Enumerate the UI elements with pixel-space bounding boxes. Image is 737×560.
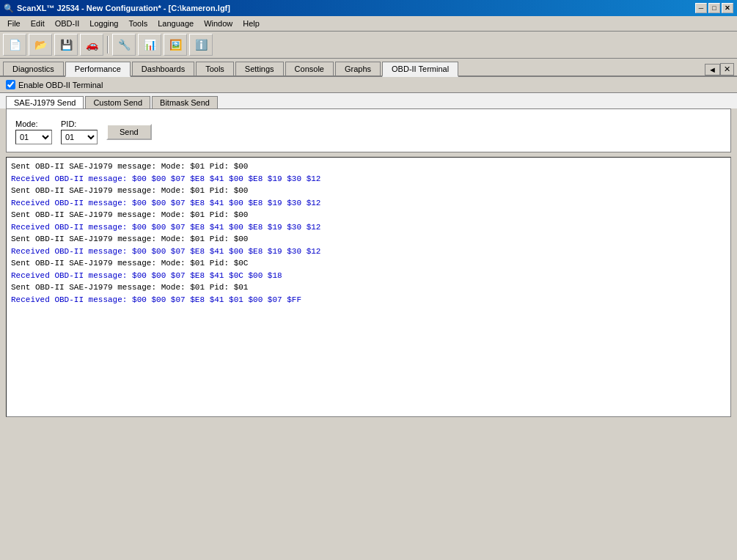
log-line: Received OBD-II message: $00 $00 $07 $E8… bbox=[11, 246, 726, 258]
toolbar-screen-button[interactable]: 🖼️ bbox=[164, 34, 187, 56]
form-panel: Mode: 01 02 03 04 05 06 07 08 09 0A PID: bbox=[6, 108, 731, 152]
log-line: Sent OBD-II SAE-J1979 message: Mode: $01… bbox=[11, 185, 726, 197]
inner-tab-bitmask-send[interactable]: Bitmask Send bbox=[152, 96, 218, 108]
minimize-button[interactable]: ─ bbox=[695, 3, 707, 13]
send-button[interactable]: Send bbox=[106, 124, 152, 140]
log-line: Received OBD-II message: $00 $00 $07 $E8… bbox=[11, 221, 726, 234]
menu-bar: File Edit OBD-II Logging Tools Language … bbox=[0, 16, 737, 32]
tab-obd2-terminal[interactable]: OBD-II Terminal bbox=[382, 62, 458, 77]
mode-group: Mode: 01 02 03 04 05 06 07 08 09 0A bbox=[15, 119, 52, 144]
mode-select[interactable]: 01 02 03 04 05 06 07 08 09 0A bbox=[15, 130, 52, 144]
inner-tab-sae-j1979[interactable]: SAE-J1979 Send bbox=[6, 96, 84, 109]
log-line: Sent OBD-II SAE-J1979 message: Mode: $01… bbox=[11, 161, 726, 173]
log-line: Sent OBD-II SAE-J1979 message: Mode: $01… bbox=[11, 281, 726, 294]
tab-graphs[interactable]: Graphs bbox=[335, 62, 381, 75]
menu-tools[interactable]: Tools bbox=[124, 18, 152, 29]
tab-actions: ◄ ✕ bbox=[705, 63, 737, 75]
menu-logging[interactable]: Logging bbox=[85, 18, 122, 29]
menu-window[interactable]: Window bbox=[199, 18, 237, 29]
log-line: Received OBD-II message: $00 $00 $07 $E8… bbox=[11, 173, 726, 185]
enable-terminal-checkbox[interactable] bbox=[6, 80, 15, 89]
pid-select[interactable]: 00 01 02 03 04 05 06 07 08 09 0A 0B 0C 0… bbox=[61, 130, 98, 144]
menu-language[interactable]: Language bbox=[153, 18, 198, 29]
toolbar-open-button[interactable]: 📂 bbox=[29, 34, 52, 56]
tab-performance[interactable]: Performance bbox=[65, 62, 131, 77]
tab-console[interactable]: Console bbox=[285, 62, 334, 75]
toolbar: 📄 📂 💾 🚗 🔧 📊 🖼️ ℹ️ bbox=[0, 32, 737, 59]
log-line: Sent OBD-II SAE-J1979 message: Mode: $01… bbox=[11, 209, 726, 221]
enable-row: Enable OBD-II Terminal bbox=[0, 77, 737, 93]
restore-button[interactable]: □ bbox=[708, 3, 720, 13]
inner-tab-custom-send[interactable]: Custom Send bbox=[85, 96, 150, 108]
title-bar-text: 🔍 ScanXL™ J2534 - New Configuration* - [… bbox=[4, 4, 230, 13]
tab-tools[interactable]: Tools bbox=[196, 62, 234, 75]
log-line: Received OBD-II message: $00 $00 $07 $E8… bbox=[11, 197, 726, 210]
tab-settings[interactable]: Settings bbox=[235, 62, 284, 75]
tab-scroll-left[interactable]: ◄ bbox=[705, 64, 720, 75]
log-line: Sent OBD-II SAE-J1979 message: Mode: $01… bbox=[11, 257, 726, 270]
pid-label: PID: bbox=[61, 119, 98, 128]
form-row: Mode: 01 02 03 04 05 06 07 08 09 0A PID: bbox=[15, 119, 722, 144]
close-button[interactable]: ✕ bbox=[722, 3, 733, 13]
menu-file[interactable]: File bbox=[3, 18, 25, 29]
toolbar-connect-button[interactable]: 🚗 bbox=[80, 34, 103, 56]
menu-help[interactable]: Help bbox=[238, 18, 264, 29]
toolbar-settings-button[interactable]: 🔧 bbox=[112, 34, 136, 56]
app-icon: 🔍 bbox=[4, 4, 14, 13]
log-area[interactable]: Sent OBD-II SAE-J1979 message: Mode: $01… bbox=[6, 157, 731, 417]
mode-label: Mode: bbox=[15, 119, 52, 128]
toolbar-separator-1 bbox=[107, 36, 109, 54]
tab-diagnostics[interactable]: Diagnostics bbox=[3, 62, 64, 75]
menu-edit[interactable]: Edit bbox=[26, 18, 49, 29]
toolbar-info-button[interactable]: ℹ️ bbox=[189, 34, 213, 56]
title-bar-controls: ─ □ ✕ bbox=[695, 3, 733, 13]
toolbar-new-button[interactable]: 📄 bbox=[3, 34, 26, 56]
toolbar-chart-button[interactable]: 📊 bbox=[138, 34, 161, 56]
pid-group: PID: 00 01 02 03 04 05 06 07 08 09 0A 0B… bbox=[61, 119, 98, 144]
content-wrapper: Enable OBD-II Terminal SAE-J1979 Send Cu… bbox=[0, 77, 737, 560]
log-line: Received OBD-II message: $00 $00 $07 $E8… bbox=[11, 270, 726, 282]
main-tab-bar: Diagnostics Performance Dashboards Tools… bbox=[0, 59, 737, 77]
tab-dashboards[interactable]: Dashboards bbox=[132, 62, 194, 75]
enable-terminal-label: Enable OBD-II Terminal bbox=[18, 81, 103, 89]
title-bar: 🔍 ScanXL™ J2534 - New Configuration* - [… bbox=[0, 0, 737, 16]
menu-obd2[interactable]: OBD-II bbox=[51, 18, 84, 29]
log-line: Sent OBD-II SAE-J1979 message: Mode: $01… bbox=[11, 233, 726, 246]
title-text: ScanXL™ J2534 - New Configuration* - [C:… bbox=[17, 4, 230, 12]
toolbar-save-button[interactable]: 💾 bbox=[54, 34, 78, 56]
log-line: Received OBD-II message: $00 $00 $07 $E8… bbox=[11, 294, 726, 306]
tab-close-active[interactable]: ✕ bbox=[720, 63, 734, 75]
inner-tab-bar: SAE-J1979 Send Custom Send Bitmask Send bbox=[0, 93, 737, 108]
